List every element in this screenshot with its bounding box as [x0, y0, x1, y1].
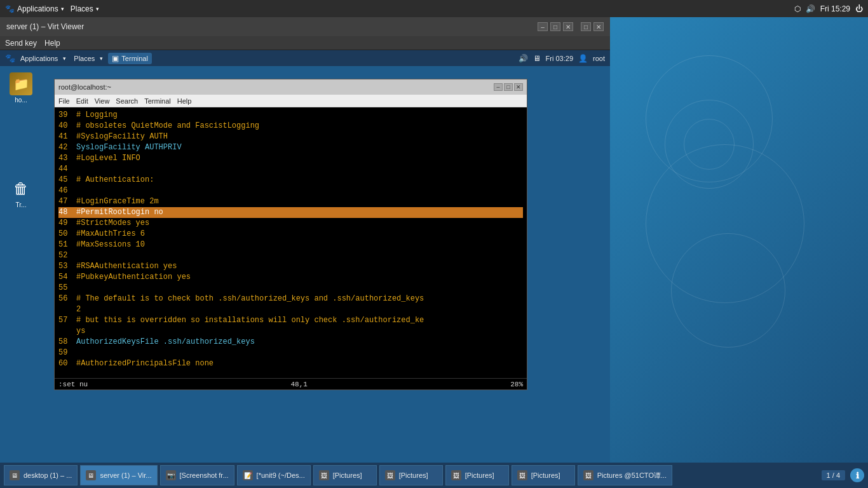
power-icon[interactable]: ⏻: [855, 4, 863, 13]
virt-viewer-close[interactable]: ✕: [563, 22, 573, 31]
code-line-40: 40 # obsoletes QuietMode and FascistLogg…: [58, 121, 523, 132]
folder-label: ho...: [15, 97, 27, 104]
system-bar-left: 🐾 Applications ▾ Places ▾: [5, 4, 99, 13]
trash-icon: 🗑: [10, 177, 32, 200]
taskbar-item-0[interactable]: 🖥 desktop (1) – ...: [4, 465, 78, 485]
terminal-body[interactable]: 39 # Logging 40 # obsoletes QuietMode an…: [55, 107, 527, 378]
taskbar-item-7[interactable]: 🖼 [Pictures]: [512, 465, 575, 485]
menu-search[interactable]: Search: [116, 97, 138, 105]
virt-viewer-controls: – □ ✕ □ ✕: [538, 22, 604, 31]
menu-edit[interactable]: Edit: [76, 97, 88, 105]
taskbar-label-0: desktop (1) – ...: [24, 471, 72, 479]
system-apps-arrow: ▾: [61, 6, 64, 12]
taskbar-item-3[interactable]: 📝 [*unit9 (~/Des...: [237, 465, 311, 485]
code-line-60: 60 #AuthorizedPrincipalsFile none: [58, 358, 523, 369]
menu-terminal[interactable]: Terminal: [144, 97, 171, 105]
code-line-55: 55: [58, 283, 523, 294]
virt-viewer-titlebar: server (1) – Virt Viewer – □ ✕ □ ✕: [0, 17, 610, 36]
trash-icon-area[interactable]: 🗑 Tr...: [5, 177, 37, 208]
system-time: Fri 15:29: [820, 4, 850, 13]
taskbar-label-6: [Pictures]: [465, 471, 494, 479]
taskbar-icon-6: 🖼: [451, 470, 461, 480]
taskbar: 🖥 desktop (1) – ... 🖥 server (1) – Vir..…: [0, 463, 868, 488]
menu-send-key[interactable]: Send key: [5, 39, 37, 48]
virt-viewer-close2[interactable]: ✕: [593, 22, 604, 31]
terminal-statusbar: :set nu 48,1 28%: [55, 378, 527, 390]
taskbar-right: 1 / 4 ℹ: [822, 468, 864, 482]
desktop: server (1) – Virt Viewer – □ ✕ □ ✕ Send …: [0, 17, 868, 463]
menu-help-term[interactable]: Help: [177, 97, 192, 105]
code-line-51: 51 #MaxSessions 10: [58, 240, 523, 250]
code-line-50: 50 #MaxAuthTries 6: [58, 229, 523, 240]
terminal-icon: ▣: [112, 54, 119, 63]
system-apps-label[interactable]: Applications: [17, 4, 58, 13]
taskbar-icon-2: 📷: [166, 470, 176, 480]
terminal-restore[interactable]: □: [504, 83, 513, 91]
taskbar-item-5[interactable]: 🖼 [Pictures]: [379, 465, 443, 485]
taskbar-icon-3: 📝: [243, 470, 253, 480]
terminal-close[interactable]: ✕: [514, 83, 523, 91]
desktop-folder-icon[interactable]: 📁 ho...: [5, 72, 37, 104]
system-places-label[interactable]: Places: [71, 4, 93, 13]
code-line-44: 44: [58, 164, 523, 175]
system-bar-right: ⬡ 🔊 Fri 15:29 ⏻: [794, 4, 863, 13]
taskbar-item-8[interactable]: 🖼 Pictures @51CTO谭...: [578, 465, 672, 485]
virt-viewer-title: server (1) – Virt Viewer: [6, 22, 84, 31]
vm-places-arrow: ▾: [100, 55, 103, 62]
terminal-minimize[interactable]: –: [494, 83, 503, 91]
vm-time: Fri 03:29: [546, 55, 573, 62]
taskbar-item-2[interactable]: 📷 [Screenshot fr...: [160, 465, 234, 485]
taskbar-item-6[interactable]: 🖼 [Pictures]: [445, 465, 509, 485]
taskbar-label-3: [*unit9 (~/Des...: [257, 471, 305, 479]
system-bar: 🐾 Applications ▾ Places ▾ ⬡ 🔊 Fri 15:29 …: [0, 0, 868, 17]
trash-label: Tr...: [16, 201, 27, 208]
taskbar-icon-7: 🖼: [517, 470, 527, 480]
vm-volume-icon[interactable]: 🔊: [519, 54, 528, 63]
code-line-43: 43 #LogLevel INFO: [58, 153, 523, 164]
code-line-52: 52: [58, 250, 523, 261]
taskbar-label-5: [Pictures]: [399, 471, 428, 479]
taskbar-info-button[interactable]: ℹ: [850, 468, 864, 482]
code-line-41: 41 #SyslogFacility AUTH: [58, 132, 523, 142]
folder-icon: 📁: [10, 72, 32, 95]
code-line-45: 45 # Authentication:: [58, 175, 523, 186]
vm-terminal-label: Terminal: [121, 55, 148, 62]
code-line-49: 49 #StrictModes yes: [58, 218, 523, 229]
menu-help[interactable]: Help: [44, 39, 60, 48]
vm-terminal-tab[interactable]: ▣ Terminal: [108, 53, 152, 64]
network-icon: ⬡: [794, 4, 801, 13]
menu-view[interactable]: View: [95, 97, 110, 105]
vm-apps-label[interactable]: Applications: [20, 55, 58, 62]
terminal-window: root@localhost:~ – □ ✕ File Edit View Se…: [54, 79, 527, 390]
vm-user-icon: 👤: [578, 54, 588, 63]
taskbar-icon-4: 🖼: [319, 470, 329, 480]
code-line-47: 47 #LoginGraceTime 2m: [58, 196, 523, 207]
virt-viewer-minimize[interactable]: –: [538, 22, 548, 31]
virt-viewer-restore[interactable]: □: [550, 22, 560, 31]
statusbar-center: 48,1: [291, 381, 308, 388]
taskbar-label-2: [Screenshot fr...: [180, 471, 229, 479]
volume-icon[interactable]: 🔊: [806, 4, 815, 13]
terminal-menubar: File Edit View Search Terminal Help: [55, 95, 527, 107]
vm-content: 🐾 Applications ▾ Places ▾ ▣ Terminal 🔊 🖥…: [0, 50, 610, 463]
terminal-controls: – □ ✕: [494, 83, 523, 91]
statusbar-left: :set nu: [58, 381, 88, 388]
vm-taskbar: 🐾 Applications ▾ Places ▾ ▣ Terminal 🔊 🖥…: [0, 50, 610, 66]
taskbar-label-7: [Pictures]: [531, 471, 560, 479]
code-line-57: 57 # but this is overridden so installat…: [58, 315, 516, 326]
code-line-57b: ys: [58, 326, 523, 337]
taskbar-item-1[interactable]: 🖥 server (1) – Vir...: [80, 465, 157, 485]
taskbar-label-4: [Pictures]: [333, 471, 362, 479]
code-line-46: 46: [58, 186, 523, 196]
taskbar-icon-1: 🖥: [86, 470, 96, 480]
code-line-39: 39 # Logging: [58, 110, 523, 121]
vm-places-label[interactable]: Places: [74, 55, 95, 62]
taskbar-icon-5: 🖼: [385, 470, 395, 480]
taskbar-icon-0: 🖥: [10, 470, 20, 480]
menu-file[interactable]: File: [58, 97, 70, 105]
taskbar-icon-8: 🖼: [583, 470, 593, 480]
virt-viewer-restore2[interactable]: □: [581, 22, 591, 31]
code-line-59: 59: [58, 348, 523, 358]
taskbar-item-4[interactable]: 🖼 [Pictures]: [313, 465, 377, 485]
code-line-53: 53 #RSAAuthentication yes: [58, 261, 523, 272]
